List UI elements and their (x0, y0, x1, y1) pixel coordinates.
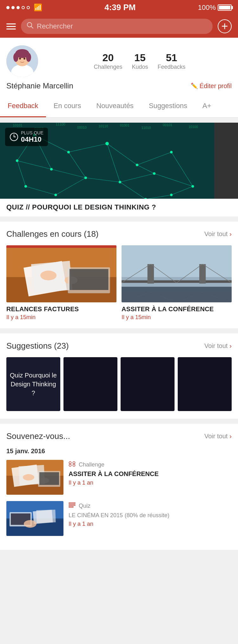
memories-date: 15 janv. 2016 (6, 448, 232, 455)
svg-point-58 (153, 172, 155, 175)
signal-area: 📶 (6, 3, 42, 12)
svg-text:00101: 00101 (163, 123, 172, 127)
banner-container: 010011011000101 110100110010011 01010110… (0, 123, 238, 199)
challenge-card-2[interactable]: ASSITER À LA CONFÉRENCE Il y a 15min (122, 245, 232, 321)
search-bar (21, 19, 213, 34)
menu-button[interactable] (6, 23, 16, 29)
memory-image-2 (6, 501, 63, 536)
memory-title-1: ASSITER À LA CONFÉRENCE (69, 470, 232, 478)
battery-area: 100% (198, 3, 232, 12)
svg-point-96 (23, 474, 34, 480)
avatar (6, 45, 38, 77)
svg-text:11100: 11100 (56, 123, 65, 126)
feedbacks-count: 51 (158, 52, 186, 64)
svg-point-111 (24, 520, 36, 528)
challenges-header: Challenges en cours (18) Voir tout › (6, 229, 232, 239)
tab-nouveautes[interactable]: Nouveautés (89, 95, 141, 117)
svg-point-103 (73, 464, 75, 467)
tab-feedback[interactable]: Feedback (0, 95, 46, 117)
signal-dot-1 (6, 6, 10, 9)
challenge-icon (69, 461, 76, 468)
memory-info-1: Challenge ASSITER À LA CONFÉRENCE Il y a… (69, 460, 232, 486)
svg-point-55 (50, 168, 53, 171)
stat-challenges: 20 Challenges (94, 52, 122, 70)
add-button[interactable]: + (218, 19, 232, 33)
chevron-right-icon-3: › (229, 433, 232, 440)
signal-dot-4 (22, 6, 25, 9)
memory-type-2: Quiz (79, 503, 90, 509)
featured-section: 010011011000101 110100110010011 01010110… (0, 123, 238, 216)
memories-header: Souvenez-vous... Voir tout › (6, 431, 232, 441)
svg-rect-82 (199, 264, 206, 283)
edit-label: Éditer profil (200, 82, 232, 90)
pencil-icon: ✏️ (191, 82, 198, 89)
svg-text:10110: 10110 (99, 124, 108, 128)
svg-text:00010: 00010 (77, 126, 87, 129)
challenges-label: Challenges (94, 64, 122, 70)
chevron-right-icon: › (229, 230, 232, 238)
banner-title: QUIZ // POURQUOI LE DESIGN THINKING ? (0, 199, 238, 211)
wifi-icon: 📶 (34, 3, 42, 12)
memories-voir-tout[interactable]: Voir tout › (204, 433, 232, 440)
battery-fill (219, 6, 230, 10)
suggestion-card-2[interactable] (63, 357, 117, 411)
search-input[interactable] (37, 22, 207, 30)
svg-point-59 (191, 185, 194, 188)
banner-image[interactable]: 010011011000101 110100110010011 01010110… (0, 123, 214, 199)
edit-profile-button[interactable]: ✏️ Éditer profil (191, 82, 232, 90)
svg-point-53 (136, 164, 138, 166)
svg-point-62 (24, 185, 27, 188)
svg-point-60 (16, 159, 18, 162)
chevron-right-icon-2: › (229, 342, 232, 350)
suggestions-voir-tout-label: Voir tout (204, 342, 228, 350)
quiz-icon (69, 502, 76, 510)
profile-top: 20 Challenges 15 Kudos 51 Feedbacks (6, 45, 232, 77)
stat-feedbacks: 51 Feedbacks (158, 52, 186, 70)
svg-line-1 (31, 27, 33, 29)
suggestions-grid: Quiz Pourquoi le Design Thinking ? (6, 357, 232, 411)
clock-icon (10, 132, 18, 141)
timer-badge: PLUS QUE 04H10 (5, 128, 48, 146)
battery-bar (218, 4, 232, 11)
memory-item-1[interactable]: Challenge ASSITER À LA CONFÉRENCE Il y a… (6, 460, 232, 495)
svg-rect-114 (69, 506, 73, 507)
challenge-card-1[interactable]: RELANCES FACTURES Il y a 15min (6, 245, 116, 321)
profile-stats: 20 Challenges 15 Kudos 51 Feedbacks (48, 52, 232, 70)
tab-more[interactable]: A+ (195, 95, 219, 117)
tab-suggestions[interactable]: Suggestions (141, 95, 195, 117)
challenges-voir-tout[interactable]: Voir tout › (204, 230, 232, 238)
svg-text:11010: 11010 (142, 126, 151, 130)
suggestion-card-1[interactable]: Quiz Pourquoi le Design Thinking ? (6, 357, 60, 411)
svg-text:01001: 01001 (120, 123, 129, 127)
svg-rect-81 (148, 264, 154, 283)
tab-en-cours[interactable]: En cours (46, 95, 89, 117)
app-header: + (0, 15, 238, 38)
svg-rect-110 (36, 510, 56, 523)
svg-point-73 (40, 271, 56, 280)
memory-item-2[interactable]: Quiz LE CINÉMA EN 2015 (80% de réussite)… (6, 501, 232, 536)
memories-title: Souvenez-vous... (6, 431, 70, 441)
svg-point-101 (73, 462, 75, 464)
svg-rect-80 (122, 280, 232, 283)
banner-side (214, 123, 238, 199)
suggestion-card-3[interactable] (121, 357, 175, 411)
challenge-title-2: ASSITER À LA CONFÉRENCE (122, 306, 232, 313)
svg-point-64 (170, 194, 173, 196)
svg-point-57 (119, 181, 121, 183)
challenge-red-bar-1 (6, 245, 116, 248)
challenges-title: Challenges en cours (18) (6, 229, 99, 239)
memories-voir-tout-label: Voir tout (204, 433, 228, 440)
memories-section: Souvenez-vous... Voir tout › 15 janv. 20… (0, 424, 238, 550)
hamburger-line-3 (6, 29, 16, 29)
kudos-count: 15 (132, 52, 148, 64)
memory-info-2: Quiz LE CINÉMA EN 2015 (80% de réussite)… (69, 501, 232, 527)
timer-info: PLUS QUE 04H10 (21, 130, 43, 144)
svg-point-8 (19, 58, 21, 60)
suggestion-text-1: Quiz Pourquoi le Design Thinking ? (10, 371, 57, 397)
suggestions-voir-tout[interactable]: Voir tout › (204, 342, 232, 350)
kudos-label: Kudos (132, 64, 148, 70)
user-name: Stéphanie Marcellin (6, 81, 73, 90)
challenge-image-2 (122, 245, 232, 302)
suggestion-card-4[interactable] (178, 357, 232, 411)
search-icon (27, 22, 34, 31)
